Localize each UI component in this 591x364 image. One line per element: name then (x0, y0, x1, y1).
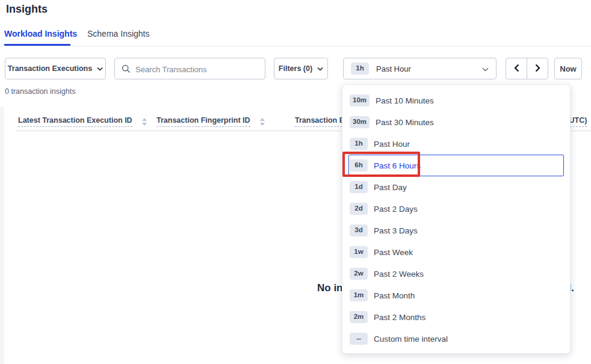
time-option-badge: 2d (350, 203, 368, 215)
time-option-past-6-hours[interactable]: 6h Past 6 Hours (348, 155, 564, 176)
time-interval-badge: 1h (351, 63, 369, 75)
time-option-past-day[interactable]: 1d Past Day (342, 176, 570, 198)
time-option-label: Custom time interval (374, 335, 448, 344)
time-option-label: Past Hour (374, 140, 410, 149)
time-interval-select[interactable]: 1h Past Hour (343, 58, 497, 79)
time-option-label: Past 6 Hours (374, 161, 421, 170)
page-title: Insights (6, 3, 48, 16)
time-option-past-2-days[interactable]: 2d Past 2 Days (342, 198, 570, 220)
time-pager (506, 58, 548, 79)
search-box[interactable] (114, 58, 265, 79)
time-option-badge: 6h (350, 159, 368, 171)
search-icon (122, 64, 131, 76)
time-option-badge: 1m (350, 289, 368, 301)
time-option-past-month[interactable]: 1m Past Month (342, 285, 570, 306)
time-option-label: Past 30 Minutes (376, 118, 434, 127)
next-interval-button[interactable] (527, 58, 548, 79)
time-option-badge: 30m (350, 116, 370, 128)
time-option-label: Past 3 Days (374, 226, 418, 235)
view-select-label: Transaction Executions (8, 64, 92, 73)
column-header-transaction-fingerprint-id[interactable]: Transaction Fingerprint ID (156, 116, 265, 127)
chevron-down-icon (482, 63, 489, 74)
view-select-dropdown[interactable]: Transaction Executions (5, 58, 106, 79)
time-interval-label: Past Hour (376, 64, 411, 73)
time-option-badge: 2m (350, 311, 368, 323)
time-option-badge: 1h (350, 138, 368, 150)
insights-count: 0 transaction insights (5, 87, 75, 96)
tab-schema-insights[interactable]: Schema Insights (87, 29, 150, 39)
chevron-down-icon (97, 64, 103, 73)
time-interval-dropdown-menu: 10m Past 10 Minutes 30m Past 30 Minutes … (342, 84, 571, 354)
now-button[interactable]: Now (554, 58, 582, 79)
time-option-past-2-weeks[interactable]: 2w Past 2 Weeks (342, 263, 570, 285)
search-input[interactable] (134, 58, 263, 80)
time-option-past-week[interactable]: 1w Past Week (342, 241, 570, 263)
insights-page: Insights Workload Insights Schema Insigh… (0, 0, 591, 364)
time-option-past-10-minutes[interactable]: 10m Past 10 Minutes (342, 90, 570, 111)
previous-interval-button[interactable] (506, 58, 527, 79)
time-option-badge: -- (350, 333, 368, 345)
time-option-label: Past Day (374, 183, 407, 192)
chevron-left-icon (514, 64, 519, 74)
filters-button[interactable]: Filters (0) (274, 58, 328, 79)
time-option-past-hour[interactable]: 1h Past Hour (342, 133, 570, 155)
column-label: Latest Transaction Execution ID (18, 116, 132, 127)
column-header-latest-transaction-execution-id[interactable]: Latest Transaction Execution ID (18, 116, 147, 127)
time-option-label: Past Month (374, 291, 415, 300)
time-option-past-30-minutes[interactable]: 30m Past 30 Minutes (342, 111, 570, 133)
sort-arrows-icon (142, 116, 147, 126)
time-option-label: Past 2 Months (374, 313, 425, 322)
time-option-badge: 1w (350, 246, 368, 258)
tab-workload-insights[interactable]: Workload Insights (4, 29, 77, 39)
chevron-right-icon (535, 64, 540, 74)
time-option-past-2-months[interactable]: 2m Past 2 Months (342, 306, 570, 328)
time-option-badge: 3d (350, 224, 368, 236)
time-option-badge: 2w (350, 268, 368, 280)
time-option-custom-interval[interactable]: -- Custom time interval (342, 328, 570, 350)
time-option-label: Past 2 Days (374, 205, 418, 214)
time-option-label: Past 2 Weeks (374, 270, 424, 279)
time-option-label: Past 10 Minutes (376, 96, 434, 105)
time-option-badge: 10m (350, 94, 370, 106)
chevron-down-icon (317, 64, 323, 73)
left-gutter (0, 107, 4, 364)
time-option-badge: 1d (350, 181, 368, 193)
time-option-label: Past Week (374, 248, 413, 257)
column-label: Transaction Fingerprint ID (156, 116, 250, 127)
time-option-past-3-days[interactable]: 3d Past 3 Days (342, 220, 570, 241)
tabbar-divider (0, 46, 591, 46)
sort-arrows-icon (260, 116, 265, 126)
filters-label: Filters (0) (279, 64, 312, 73)
